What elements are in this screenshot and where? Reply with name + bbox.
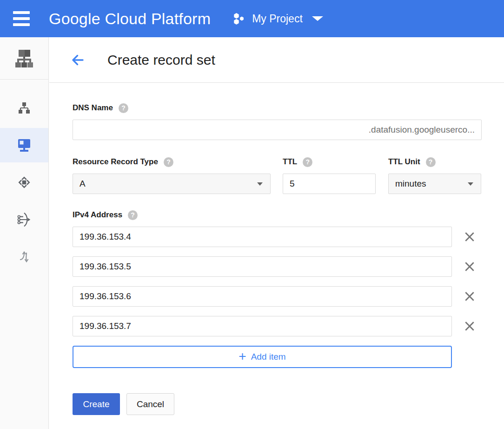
dns-name-field[interactable]: .datafusion.googleuserco...: [73, 120, 482, 140]
remove-ipv4-4-button[interactable]: [463, 319, 477, 333]
ipv4-row: [73, 256, 504, 277]
close-icon: [464, 261, 476, 273]
dns-name-suffix: .datafusion.googleuserco...: [369, 125, 475, 135]
sidebar-item-dns-zones[interactable]: [0, 128, 48, 162]
back-button[interactable]: [70, 52, 86, 68]
caret-down-icon: [468, 182, 473, 186]
dns-name-help-icon[interactable]: ?: [119, 103, 128, 113]
back-arrow-icon: [70, 52, 86, 68]
ttl-help-icon[interactable]: ?: [303, 157, 312, 167]
record-type-label: Resource Record Type: [73, 157, 158, 167]
sidebar-item-load-balancing[interactable]: [0, 91, 48, 125]
ipv4-input-3[interactable]: [73, 286, 452, 307]
ttl-unit-help-icon[interactable]: ?: [426, 157, 436, 167]
remove-ipv4-2-button[interactable]: [463, 260, 477, 274]
caret-down-icon: [257, 182, 263, 186]
sidebar-item-cdn[interactable]: [0, 165, 48, 200]
cancel-button[interactable]: Cancel: [126, 393, 174, 415]
project-icon: [233, 13, 245, 25]
dns-name-label: DNS Name: [73, 103, 113, 113]
add-item-button[interactable]: + Add item: [73, 346, 452, 368]
page-header: Create record set: [49, 37, 504, 83]
ipv4-label: IPv4 Address: [73, 210, 122, 220]
nat-gateway-icon: [17, 212, 32, 227]
sidebar-item-network-services[interactable]: [0, 37, 48, 80]
record-type-help-icon[interactable]: ?: [164, 157, 173, 167]
remove-ipv4-1-button[interactable]: [463, 230, 477, 244]
ttl-unit-label: TTL Unit: [388, 157, 420, 167]
dns-name-input[interactable]: [80, 125, 369, 135]
record-type-select[interactable]: A: [73, 174, 271, 194]
network-services-logo-icon: [14, 48, 34, 68]
close-icon: [464, 231, 476, 243]
close-icon: [464, 290, 476, 302]
ttl-input[interactable]: [283, 174, 376, 194]
sidebar: [0, 37, 49, 429]
ipv4-input-1[interactable]: [73, 227, 452, 247]
ipv4-row: [73, 316, 504, 336]
ipv4-input-2[interactable]: [73, 256, 452, 277]
page-title: Create record set: [107, 52, 215, 68]
caret-down-icon: [312, 16, 323, 21]
ipv4-help-icon[interactable]: ?: [128, 210, 138, 220]
record-type-value: A: [80, 179, 86, 189]
menu-icon[interactable]: [13, 11, 30, 26]
project-name: My Project: [252, 13, 303, 25]
plus-icon: +: [239, 350, 246, 363]
sidebar-item-nat[interactable]: [0, 202, 48, 237]
add-item-label: Add item: [251, 352, 286, 362]
top-app-bar: Google Cloud Platform My Project: [0, 0, 504, 37]
cdn-icon: [17, 175, 31, 189]
ipv4-input-4[interactable]: [73, 316, 452, 336]
project-switcher[interactable]: My Project: [233, 13, 323, 25]
dns-zones-icon: [17, 138, 32, 152]
load-balancer-icon: [18, 101, 31, 114]
ttl-unit-value: minutes: [395, 179, 426, 189]
ttl-label: TTL: [283, 157, 297, 167]
create-record-set-form: DNS Name ? .datafusion.googleuserco... R…: [49, 83, 504, 429]
remove-ipv4-3-button[interactable]: [463, 289, 477, 303]
ttl-unit-select[interactable]: minutes: [388, 174, 481, 194]
ipv4-row: [73, 227, 504, 247]
sidebar-item-traffic-routing[interactable]: [0, 240, 48, 274]
create-button[interactable]: Create: [73, 393, 120, 415]
sidebar-nav: [0, 80, 48, 274]
close-icon: [464, 320, 476, 332]
ipv4-row: [73, 286, 504, 307]
traffic-routing-icon: [17, 250, 31, 264]
app-title[interactable]: Google Cloud Platform: [49, 10, 211, 28]
